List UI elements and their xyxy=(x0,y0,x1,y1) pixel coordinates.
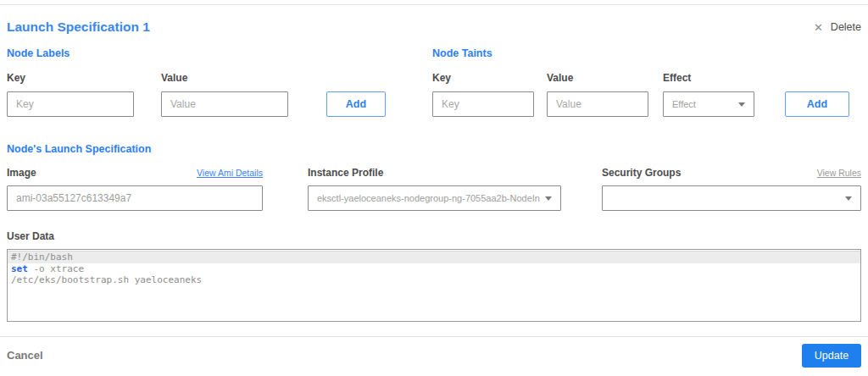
top-divider xyxy=(0,4,868,5)
node-taints-add-button[interactable]: Add xyxy=(785,91,849,117)
node-labels-key-group: Key xyxy=(7,72,134,117)
node-labels-value-group: Value xyxy=(161,72,288,117)
node-labels-add-button[interactable]: Add xyxy=(326,91,386,117)
node-labels-value-input[interactable] xyxy=(161,91,288,117)
cancel-button[interactable]: Cancel xyxy=(7,349,43,362)
user-data-label: User Data xyxy=(7,230,54,242)
user-data-code-editor[interactable]: #!/bin/bashset -o xtrace/etc/eks/bootstr… xyxy=(7,249,861,322)
node-taints-heading: Node Taints xyxy=(432,47,861,59)
launch-spec-panel: Launch Specification 1 ✕ Delete Node Lab… xyxy=(0,19,868,322)
chevron-down-icon xyxy=(845,196,852,201)
node-labels-section: Node Labels Key Value Add xyxy=(7,47,426,117)
node-labels-value-label: Value xyxy=(161,72,288,84)
user-data-section: User Data #!/bin/bashset -o xtrace/etc/e… xyxy=(7,228,861,322)
chevron-down-icon xyxy=(545,196,552,201)
page-title: Launch Specification 1 xyxy=(7,19,150,35)
view-rules-link[interactable]: View Rules xyxy=(817,168,861,178)
image-group: Image View Ami Details xyxy=(7,167,263,211)
node-taints-key-input[interactable] xyxy=(432,91,534,117)
image-input[interactable] xyxy=(7,185,263,211)
security-groups-group: Security Groups View Rules xyxy=(602,167,861,211)
security-groups-label-row: Security Groups View Rules xyxy=(602,167,861,179)
image-label-row: Image View Ami Details xyxy=(7,167,263,179)
instance-profile-label-row: Instance Profile xyxy=(308,167,561,179)
code-line: #!/bin/bash xyxy=(8,251,860,263)
node-taints-value-label: Value xyxy=(547,72,648,84)
launch-spec-fields-row: Image View Ami Details Instance Profile … xyxy=(7,167,861,211)
close-icon: ✕ xyxy=(814,22,823,33)
image-label: Image xyxy=(7,167,36,179)
node-labels-fields: Key Value Add xyxy=(7,72,426,117)
node-taints-value-input[interactable] xyxy=(547,91,648,117)
node-labels-heading: Node Labels xyxy=(7,47,426,59)
security-groups-label: Security Groups xyxy=(602,167,681,179)
footer-bar: Cancel Update xyxy=(0,336,868,373)
instance-profile-select[interactable]: eksctl-yaeloceaneks-nodegroup-ng-7055aa2… xyxy=(308,185,561,211)
delete-button[interactable]: ✕ Delete xyxy=(814,21,861,33)
node-taints-key-label: Key xyxy=(432,72,534,84)
view-ami-details-link[interactable]: View Ami Details xyxy=(197,168,263,178)
chevron-down-icon xyxy=(738,102,745,107)
code-line: /etc/eks/bootstrap.sh yaeloceaneks xyxy=(8,274,860,286)
labels-taints-row: Node Labels Key Value Add Node Taints Ke… xyxy=(7,47,861,117)
instance-profile-label: Instance Profile xyxy=(308,167,383,179)
instance-profile-value: eksctl-yaeloceaneks-nodegroup-ng-7055aa2… xyxy=(317,193,540,203)
code-line: set -o xtrace xyxy=(8,263,860,275)
effect-select-placeholder: Effect xyxy=(672,99,733,109)
panel-header: Launch Specification 1 ✕ Delete xyxy=(7,19,861,35)
update-button[interactable]: Update xyxy=(802,344,861,368)
security-groups-select[interactable] xyxy=(602,185,861,211)
node-taints-section: Node Taints Key Value Effect Effect xyxy=(432,47,861,117)
node-taints-key-group: Key xyxy=(432,72,534,117)
node-labels-key-input[interactable] xyxy=(7,91,134,117)
launch-spec-heading: Node's Launch Specification xyxy=(7,143,861,155)
node-taints-value-group: Value xyxy=(547,72,648,117)
instance-profile-group: Instance Profile eksctl-yaeloceaneks-nod… xyxy=(308,167,561,211)
node-taints-effect-select[interactable]: Effect xyxy=(663,91,754,117)
node-taints-fields: Key Value Effect Effect Add xyxy=(432,72,861,117)
delete-button-label: Delete xyxy=(831,21,861,33)
node-taints-effect-label: Effect xyxy=(663,72,754,84)
node-labels-key-label: Key xyxy=(7,72,134,84)
node-taints-effect-group: Effect Effect xyxy=(663,72,754,117)
